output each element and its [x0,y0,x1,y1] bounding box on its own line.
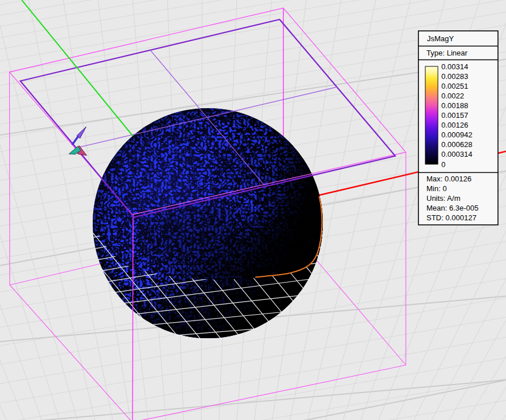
svg-text:Mean: 6.3e-005: Mean: 6.3e-005 [426,204,479,212]
svg-text:0.000314: 0.000314 [441,150,472,159]
svg-text:0.00251: 0.00251 [441,82,468,90]
svg-text:Units: A/m: Units: A/m [426,194,460,203]
svg-text:Min: 0: Min: 0 [426,184,446,193]
svg-text:0.00188: 0.00188 [441,101,468,110]
svg-text:Type: Linear: Type: Linear [426,49,468,57]
svg-text:0: 0 [441,160,445,169]
svg-text:0.000628: 0.000628 [441,140,472,149]
svg-text:0.00283: 0.00283 [441,72,468,81]
svg-text:Max: 0.00126: Max: 0.00126 [426,175,472,183]
svg-text:JsMagY: JsMagY [427,34,454,43]
svg-text:STD: 0.000127: STD: 0.000127 [426,213,476,222]
svg-text:0.00314: 0.00314 [441,62,468,71]
svg-text:0.00157: 0.00157 [441,111,468,120]
svg-text:0.00126: 0.00126 [441,121,468,129]
svg-text:0.0022: 0.0022 [441,92,464,100]
svg-text:0.000942: 0.000942 [441,130,472,139]
